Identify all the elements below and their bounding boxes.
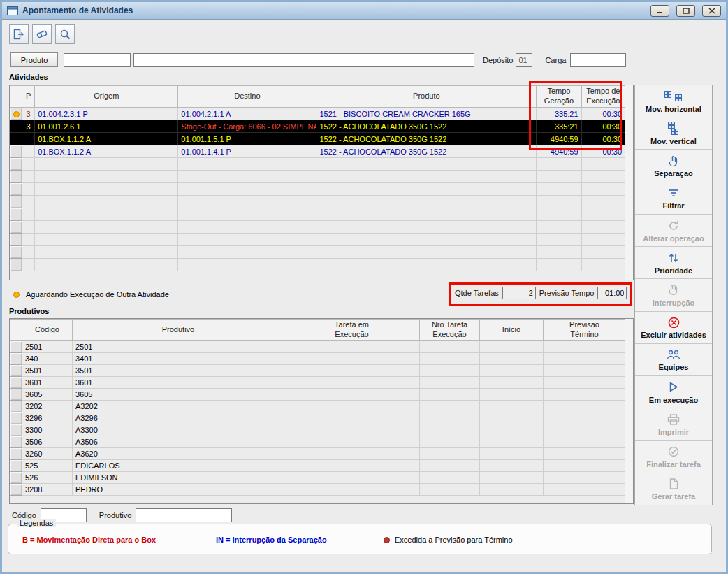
col-destino: Destino — [178, 86, 316, 108]
produtivo-label: Produtivo — [99, 511, 131, 519]
deposito-label: Depósito — [483, 56, 513, 64]
col-tempo-geracao: Tempo Geração — [537, 86, 581, 108]
qtde-group: Qtde Tarefas Previsão Tempo — [455, 287, 627, 299]
atividade-row[interactable]: 301.004.2.3.1 P01.004.2.1.1 A1521 - BISC… — [10, 108, 625, 120]
atividade-empty-row — [10, 158, 625, 171]
col-codigo: Código — [22, 320, 73, 341]
atividades-section-label: Atividades — [9, 73, 48, 81]
produto-code-input[interactable] — [64, 53, 131, 67]
deposito-field — [516, 53, 532, 67]
exit-door-icon — [13, 28, 25, 41]
col-previsao-termino: Previsão Término — [544, 320, 626, 341]
sidebar-button-filtrar[interactable]: Filtrar — [635, 182, 712, 214]
waiting-status-dot — [13, 292, 20, 298]
qtde-tarefas-label: Qtde Tarefas — [455, 289, 499, 297]
refresh-icon — [668, 219, 679, 233]
close-button[interactable] — [702, 5, 721, 17]
produtivo-row[interactable]: 3296A3296 — [10, 412, 626, 424]
produtivos-header-row: Código Produtivo Tarefa em Execução Nro … — [10, 320, 626, 341]
produtivo-row[interactable]: 526EDIMILSON — [10, 471, 626, 483]
printer-icon — [667, 412, 680, 426]
previsao-tempo-label: Previsão Tempo — [539, 289, 595, 297]
produto-button[interactable]: Produto — [10, 52, 58, 67]
atividades-scrollbar[interactable] — [625, 85, 633, 280]
filter-icon — [668, 186, 679, 200]
delete-circle-x-icon — [668, 315, 680, 329]
col-origem: Origem — [35, 86, 178, 108]
maximize-button[interactable] — [676, 5, 695, 17]
hand-pick-icon — [668, 154, 679, 168]
atividade-empty-row — [10, 196, 625, 208]
produto-description-input[interactable] — [133, 53, 474, 67]
col-tempo-execucao: Tempo de Execução — [581, 86, 625, 108]
search-icon — [59, 28, 71, 41]
sidebar-button-mov-horizontal[interactable]: Mov. horizontal — [635, 85, 712, 117]
produtivo-row[interactable]: 3403401 — [10, 352, 626, 364]
produtivo-row[interactable]: 3300A3300 — [10, 424, 626, 436]
atividade-empty-row — [10, 259, 625, 271]
exit-button[interactable] — [9, 24, 29, 44]
excedida-dot — [384, 537, 390, 543]
sidebar-button-finalizar-tarefa: Finalizar tarefa — [635, 440, 712, 473]
waiting-status-label: Aguardando Execução de Outra Atividade — [26, 290, 169, 299]
sidebar-button-prioridade[interactable]: Prioridade — [635, 246, 712, 278]
produtivo-row[interactable]: 36053605 — [10, 388, 626, 400]
produtivo-row[interactable]: 3202A3202 — [10, 400, 626, 412]
atividades-table[interactable]: P Origem Destino Produto Tempo Geração T… — [9, 85, 634, 280]
produtivos-table-body: 2501250134034013501350136013601360536053… — [10, 340, 626, 495]
legend-item-in: IN = Interrupção da Separação — [216, 536, 327, 544]
minimize-button[interactable] — [650, 5, 669, 17]
sidebar-button-mov-vertical[interactable]: Mov. vertical — [635, 117, 712, 149]
produtivo-row[interactable]: 36013601 — [10, 376, 626, 388]
sidebar-button-equipes[interactable]: Equipes — [635, 343, 712, 375]
mov-vertical-icon — [668, 122, 679, 136]
check-circle-icon — [668, 445, 679, 459]
produtivo-input[interactable] — [136, 508, 232, 522]
produtivo-row[interactable]: 3260A3620 — [10, 447, 626, 459]
atividade-row[interactable]: 301.001.2.6.1Stage-Out - Carga: 6066 - 0… — [10, 120, 625, 133]
atividades-header-row: P Origem Destino Produto Tempo Geração T… — [10, 86, 625, 108]
people-icon — [667, 347, 680, 361]
clear-button[interactable] — [32, 24, 52, 44]
sidebar-button-separacao[interactable]: Separação — [635, 149, 712, 181]
title-bar: Apontamento de Atividades — [2, 2, 726, 20]
col-produto: Produto — [316, 86, 537, 108]
atividade-row[interactable]: 01.BOX.1.1.2 A01.001.1.4.1 P1522 - ACHOC… — [10, 145, 625, 158]
sidebar-button-imprimir: Imprimir — [635, 408, 712, 440]
up-down-arrows-icon — [668, 251, 679, 265]
produtivos-scrollbar[interactable] — [625, 319, 633, 503]
col-inicio: Início — [480, 320, 544, 341]
sidebar-button-em-execucao[interactable]: Em execução — [635, 375, 712, 408]
produtivo-row[interactable]: 25012501 — [10, 340, 626, 352]
produtivo-row[interactable]: 3506A3506 — [10, 436, 626, 447]
carga-label: Carga — [545, 56, 566, 64]
sidebar-button-gerar-tarefa: Gerar tarefa — [635, 473, 712, 505]
eraser-icon — [36, 28, 48, 41]
window-title: Apontamento de Atividades — [22, 6, 643, 15]
produtivo-row[interactable]: 3208PEDRO — [10, 483, 626, 495]
stop-hand-icon — [668, 283, 679, 297]
col-indicator — [10, 320, 22, 341]
mov-horizontal-icon — [664, 89, 683, 103]
atividades-table-body: 301.004.2.3.1 P01.004.2.1.1 A1521 - BISC… — [10, 108, 625, 271]
legendas-title: Legendas — [17, 519, 56, 527]
col-indicator — [10, 86, 22, 108]
sidebar: Mov. horizontal Mov. vertical Separação — [634, 85, 713, 505]
sidebar-button-excluir-atividades[interactable]: Excluir atividades — [635, 311, 712, 343]
search-button[interactable] — [55, 24, 75, 44]
produtivo-row[interactable]: 525EDICARLOS — [10, 459, 626, 471]
atividade-empty-row — [10, 171, 625, 183]
qtde-tarefas-field — [502, 287, 536, 299]
produtivos-table[interactable]: Código Produtivo Tarefa em Execução Nro … — [9, 318, 634, 504]
filter-row: Produto Depósito Carga — [10, 52, 626, 67]
produtivo-row[interactable]: 35013501 — [10, 364, 626, 376]
row-status-dot — [13, 111, 20, 117]
carga-input[interactable] — [570, 53, 626, 67]
atividade-empty-row — [10, 221, 625, 234]
col-tarefa-execucao: Tarefa em Execução — [284, 320, 420, 341]
col-produtivo: Produtivo — [73, 320, 284, 341]
atividade-row[interactable]: 01.BOX.1.1.2 A01.001.1.5.1 P1522 - ACHOC… — [10, 133, 625, 145]
col-p: P — [22, 86, 35, 108]
play-icon — [669, 380, 678, 394]
atividade-empty-row — [10, 246, 625, 259]
